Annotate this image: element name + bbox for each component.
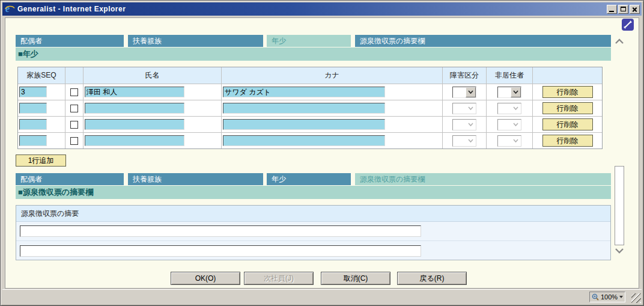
- table-row: 行削除: [18, 116, 602, 132]
- chevron-down-icon: [468, 123, 473, 126]
- row-checkbox[interactable]: [70, 88, 78, 96]
- chevron-down-icon: [513, 90, 518, 94]
- disability-select[interactable]: [452, 87, 476, 98]
- header-name: 氏名: [84, 67, 222, 84]
- minimize-icon: [609, 11, 614, 12]
- section-title: ■源泉徴収票の摘要欄: [18, 187, 93, 198]
- sync-arrows-icon[interactable]: [622, 19, 634, 31]
- close-icon: [631, 6, 638, 13]
- tab-minor-top[interactable]: 年少: [267, 35, 351, 47]
- kana-input[interactable]: [223, 87, 385, 97]
- disability-select: [452, 135, 476, 147]
- header-kana: カナ: [222, 67, 443, 84]
- chevron-down-icon: [513, 106, 518, 110]
- chevron-down-icon: [513, 123, 518, 126]
- row-checkbox[interactable]: [70, 105, 78, 112]
- tab-dependents-top[interactable]: 扶養親族: [128, 35, 263, 47]
- remarks-input-2[interactable]: [20, 245, 421, 257]
- chevron-up-icon: [615, 38, 624, 44]
- zoom-control[interactable]: 100%: [589, 292, 625, 302]
- row-checkbox[interactable]: [70, 121, 78, 129]
- ok-button[interactable]: OK(O): [171, 272, 240, 285]
- header-family-seq: 家族SEQ: [18, 67, 65, 84]
- family-seq-input[interactable]: [19, 135, 47, 146]
- tab-label: 年少: [272, 36, 286, 46]
- scroll-up-button[interactable]: [611, 36, 628, 47]
- maximize-button[interactable]: [618, 5, 628, 14]
- nonresident-select[interactable]: [497, 87, 521, 98]
- section-title: ■年少: [18, 49, 38, 60]
- remarks-row: [16, 241, 610, 260]
- kana-input[interactable]: [223, 119, 385, 130]
- tab-withholding-remarks-bottom[interactable]: 源泉徴収票の摘要欄: [355, 173, 611, 185]
- delete-row-button[interactable]: 行削除: [542, 102, 593, 114]
- zoom-caret-icon: [619, 296, 623, 298]
- next-employee-button: 次社員(J): [244, 272, 314, 285]
- header-disability: 障害区分: [443, 67, 487, 84]
- header-actions: [533, 67, 602, 84]
- zoom-magnifier-icon: [592, 293, 599, 301]
- add-row-button[interactable]: 1行追加: [16, 155, 66, 167]
- tab-spouse-top[interactable]: 配偶者: [16, 35, 124, 47]
- application-window: e Generalist - Internet Explorer 配偶者 扶養親…: [0, 0, 644, 306]
- name-input[interactable]: [85, 103, 184, 114]
- back-button[interactable]: 戻る(R): [397, 272, 467, 285]
- table-row: 行削除: [18, 100, 602, 116]
- scroll-down-button[interactable]: [611, 245, 628, 256]
- tab-label: 配偶者: [20, 36, 42, 46]
- remarks-input-1[interactable]: [20, 225, 421, 237]
- header-nonresident: 非居住者: [487, 67, 533, 84]
- close-button[interactable]: [630, 5, 640, 14]
- disability-select: [452, 103, 476, 114]
- maximize-icon: [621, 7, 626, 11]
- withholding-remarks-box: 源泉徴収票の摘要: [16, 205, 611, 260]
- kana-input[interactable]: [223, 103, 385, 114]
- family-table: 家族SEQ 氏名 カナ 障害区分 非居住者 行削除: [17, 67, 603, 149]
- kana-input[interactable]: [223, 135, 385, 146]
- chevron-down-icon: [468, 90, 473, 94]
- family-table-header: 家族SEQ 氏名 カナ 障害区分 非居住者: [18, 67, 602, 84]
- resize-grip[interactable]: [631, 293, 641, 303]
- chevron-down-icon: [615, 248, 624, 254]
- disability-select: [452, 119, 476, 130]
- nonresident-select: [497, 103, 521, 114]
- svg-text:e: e: [5, 4, 10, 14]
- family-seq-input[interactable]: [19, 119, 47, 130]
- tab-label: 扶養親族: [133, 174, 162, 185]
- tab-minor-bottom[interactable]: 年少: [267, 173, 351, 185]
- minimize-button[interactable]: [607, 5, 617, 14]
- table-row: 行削除: [18, 132, 602, 148]
- tab-label: 源泉徴収票の摘要欄: [360, 174, 425, 185]
- remarks-label: 源泉徴収票の摘要: [16, 206, 610, 222]
- section-header-minor: ■年少: [16, 47, 611, 61]
- delete-row-button[interactable]: 行削除: [542, 135, 593, 147]
- row-checkbox[interactable]: [70, 137, 78, 145]
- status-bar: 100%: [2, 289, 642, 304]
- section-header-withholding-remarks: ■源泉徴収票の摘要欄: [16, 186, 611, 199]
- tab-dependents-bottom[interactable]: 扶養親族: [128, 173, 263, 185]
- chevron-down-icon: [468, 139, 473, 142]
- family-seq-input[interactable]: [19, 103, 47, 114]
- ie-logo-icon: e: [4, 4, 15, 14]
- name-input[interactable]: [85, 135, 184, 146]
- name-input[interactable]: [85, 119, 184, 130]
- header-checkbox: [65, 67, 84, 84]
- name-input[interactable]: [85, 87, 184, 97]
- family-seq-input[interactable]: [19, 87, 47, 97]
- tab-label: 年少: [272, 174, 286, 185]
- zoom-level: 100%: [600, 293, 618, 301]
- tab-label: 源泉徴収票の摘要欄: [360, 36, 425, 46]
- delete-row-button[interactable]: 行削除: [542, 86, 593, 98]
- tab-withholding-remarks-top[interactable]: 源泉徴収票の摘要欄: [355, 35, 611, 47]
- tab-spouse-bottom[interactable]: 配偶者: [16, 173, 124, 185]
- main-content: 配偶者 扶養親族 年少 源泉徴収票の摘要欄 ■年少 家族SEQ 氏名 カナ 障害…: [5, 17, 639, 289]
- window-title: Generalist - Internet Explorer: [17, 5, 606, 13]
- scrollbar-thumb[interactable]: [615, 166, 624, 245]
- cancel-button[interactable]: 取消(C): [321, 272, 390, 285]
- title-bar: e Generalist - Internet Explorer: [2, 2, 642, 16]
- delete-row-button[interactable]: 行削除: [542, 118, 593, 130]
- chevron-down-icon: [513, 139, 518, 142]
- chevron-down-icon: [468, 106, 473, 110]
- nonresident-select: [497, 135, 521, 147]
- tab-label: 配偶者: [20, 174, 42, 185]
